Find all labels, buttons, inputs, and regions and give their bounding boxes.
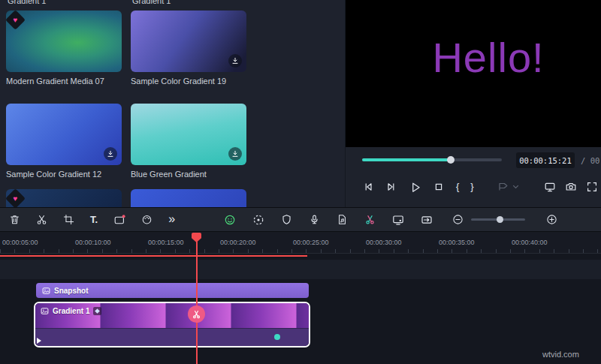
screen-record-icon xyxy=(392,214,404,226)
transition-icon xyxy=(421,214,433,226)
more-tools-button[interactable]: » xyxy=(168,213,175,225)
timeline-tracks: Snapshot Gradient 1 xyxy=(0,254,601,364)
download-icon xyxy=(231,57,239,65)
camera-icon xyxy=(565,181,577,193)
smart-cut-icon xyxy=(364,214,376,225)
audio-sheet-icon xyxy=(337,214,348,225)
zoom-slider-handle[interactable] xyxy=(497,216,503,223)
render-preview-icon xyxy=(497,181,509,193)
media-card-label: Sample Color Gradient 12 xyxy=(6,170,122,179)
clip-keyframe-section xyxy=(35,328,309,346)
media-thumbnail[interactable]: ♥ xyxy=(6,11,122,72)
text-tool-button[interactable]: T. xyxy=(90,214,98,225)
gradient-badge-icon xyxy=(93,307,101,315)
audio-sheet-button[interactable] xyxy=(337,214,348,225)
ruler-timecode: 00:00:30:00 xyxy=(366,239,402,246)
split-button[interactable] xyxy=(36,214,47,225)
media-thumbnail[interactable]: ♥ xyxy=(6,189,122,207)
ruler-timecode: 00:00:25:00 xyxy=(293,239,329,246)
media-card: ♥ xyxy=(6,189,122,207)
ruler-timecode: 00:00:10:00 xyxy=(75,239,111,246)
render-indicator-line xyxy=(0,255,307,257)
media-card-label: Gradient 1 xyxy=(132,0,171,5)
crop-button[interactable] xyxy=(63,214,74,225)
transport-controls: { } xyxy=(346,180,601,194)
clip-handle-icon xyxy=(37,338,41,344)
motion-tracking-button[interactable] xyxy=(252,214,264,226)
ruler-timecode: 00:00:05:00 xyxy=(2,239,38,246)
chevron-down-icon xyxy=(512,185,519,189)
preview-video: Hello! xyxy=(346,0,601,147)
fullscreen-button[interactable] xyxy=(586,181,598,193)
screen-record-button[interactable] xyxy=(392,214,404,226)
zoom-in-icon xyxy=(546,214,557,225)
chroma-key-icon xyxy=(224,214,236,226)
edit-tools-group: T. » xyxy=(9,208,175,231)
next-frame-button[interactable] xyxy=(385,181,397,193)
heart-icon: ♥ xyxy=(14,195,18,203)
heart-icon: ♥ xyxy=(14,17,18,24)
color-palette-button[interactable] xyxy=(141,214,153,225)
mask-tool-button[interactable] xyxy=(113,214,125,226)
effect-tools-group xyxy=(224,208,433,231)
zoom-slider[interactable] xyxy=(471,218,525,221)
transport-left-group: { } xyxy=(362,180,519,194)
voiceover-button[interactable] xyxy=(309,214,320,225)
media-card xyxy=(131,189,246,207)
previous-frame-icon xyxy=(362,181,374,193)
smart-cut-button[interactable] xyxy=(364,214,376,225)
ruler-timecode: 00:00:20:00 xyxy=(220,239,256,246)
scissors-icon xyxy=(192,309,201,319)
ruler-timecode: 00:00:40:00 xyxy=(512,239,548,246)
watermark: wtvid.com xyxy=(542,350,579,359)
mirror-display-button[interactable] xyxy=(544,181,556,193)
timeline-zoom-group xyxy=(452,208,557,231)
favorite-badge[interactable]: ♥ xyxy=(6,189,26,207)
previous-frame-button[interactable] xyxy=(362,181,374,193)
download-button[interactable] xyxy=(104,147,117,161)
download-button[interactable] xyxy=(228,54,242,68)
ruler-ticks xyxy=(0,249,601,253)
media-thumbnail[interactable] xyxy=(131,11,246,72)
keyframe-dot[interactable] xyxy=(274,334,280,340)
duration-display: / 00 xyxy=(581,156,599,165)
zoom-out-button[interactable] xyxy=(452,214,464,225)
shield-icon xyxy=(281,214,292,225)
media-card-label: Sample Color Gradient 19 xyxy=(131,77,246,86)
transport-right-group xyxy=(544,180,598,194)
media-card: ♥ Modern Gradient Media 07 xyxy=(6,11,122,86)
stop-button[interactable] xyxy=(433,181,445,193)
clip-label: Snapshot xyxy=(54,287,89,295)
shield-button[interactable] xyxy=(281,214,292,225)
media-thumbnail[interactable] xyxy=(131,189,246,207)
fullscreen-icon xyxy=(586,181,598,193)
gradient-clip-selected[interactable]: Gradient 1 xyxy=(34,302,310,347)
quick-split-button[interactable] xyxy=(188,305,205,323)
timeline-ruler[interactable]: 00:00:05:00 00:00:10:00 00:00:15:00 00:0… xyxy=(0,232,601,254)
media-thumbnail[interactable] xyxy=(131,104,246,165)
timeline-toolbar: T. » xyxy=(0,207,601,232)
render-preview-button[interactable] xyxy=(497,181,519,193)
mark-in-button[interactable]: { xyxy=(456,181,459,192)
seek-bar[interactable] xyxy=(362,158,502,161)
delete-button[interactable] xyxy=(9,214,20,225)
trash-icon xyxy=(9,214,20,225)
microphone-icon xyxy=(309,214,320,225)
mark-out-button[interactable]: } xyxy=(470,181,473,192)
download-button[interactable] xyxy=(228,147,242,161)
play-button[interactable] xyxy=(409,181,421,194)
snapshot-camera-button[interactable] xyxy=(565,181,577,193)
seek-handle[interactable] xyxy=(447,156,455,164)
media-thumbnail[interactable] xyxy=(6,104,122,165)
chroma-key-button[interactable] xyxy=(224,214,236,226)
ruler-timecode: 00:00:15:00 xyxy=(148,239,184,246)
media-card: Sample Color Gradient 19 xyxy=(131,11,246,86)
preview-panel: Hello! 00:00:15:21 / 00 { xyxy=(346,0,601,207)
transition-button[interactable] xyxy=(421,214,433,226)
clip-label: Gradient 1 xyxy=(53,307,89,315)
snapshot-clip[interactable]: Snapshot xyxy=(36,283,309,298)
motion-tracking-icon xyxy=(252,214,264,226)
zoom-in-button[interactable] xyxy=(546,214,557,225)
seek-bar-fill xyxy=(362,158,451,161)
favorite-badge[interactable]: ♥ xyxy=(6,11,26,30)
